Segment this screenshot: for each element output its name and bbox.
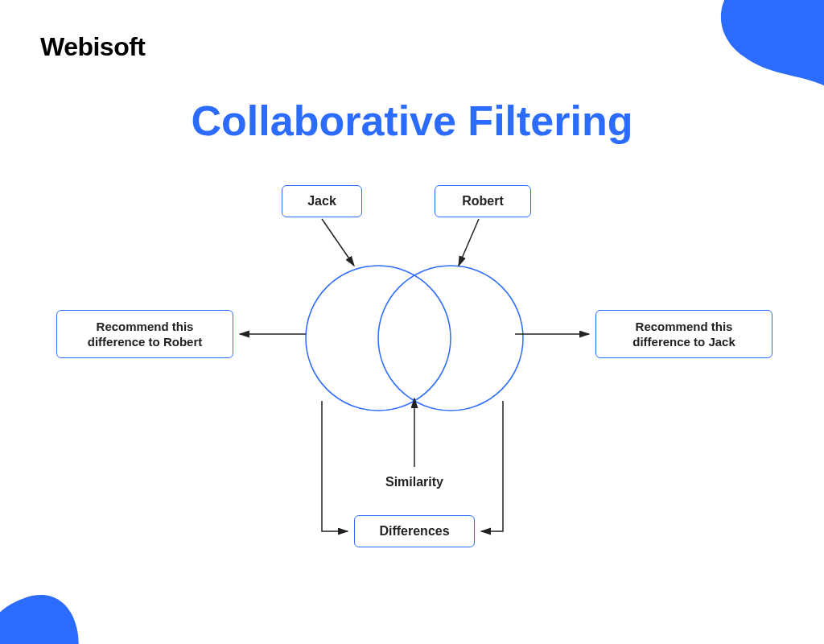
- node-recommend-to-jack: Recommend this difference to Jack: [595, 310, 772, 358]
- node-jack: Jack: [282, 185, 362, 217]
- svg-line-3: [459, 219, 479, 266]
- decorative-blob-top-right: [703, 0, 824, 113]
- label-similarity: Similarity: [374, 475, 455, 489]
- collaborative-filtering-diagram: Jack Robert Recommend this difference to…: [0, 177, 824, 628]
- node-differences: Differences: [354, 515, 475, 547]
- page-title: Collaborative Filtering: [0, 97, 824, 145]
- node-robert: Robert: [435, 185, 531, 217]
- arrows-layer: [0, 177, 824, 628]
- brand-logo: Webisoft: [40, 32, 146, 62]
- node-recommend-to-robert: Recommend this difference to Robert: [56, 310, 233, 358]
- svg-line-2: [322, 219, 354, 266]
